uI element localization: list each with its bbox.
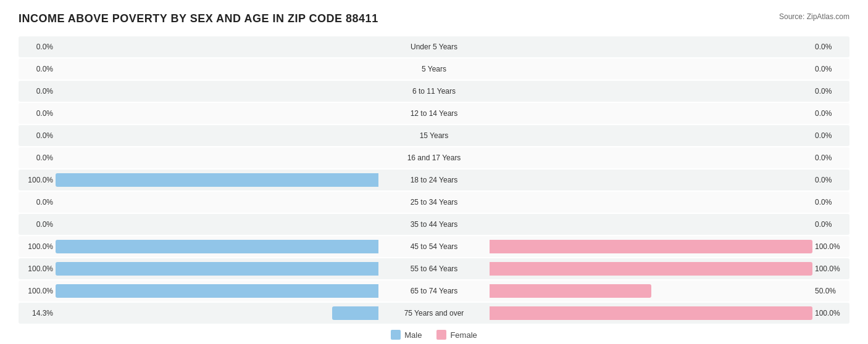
male-value: 100.0%	[19, 242, 56, 251]
age-label: 6 to 11 Years	[378, 87, 490, 96]
male-bar	[332, 306, 378, 320]
male-bar-area	[56, 240, 378, 253]
male-value: 0.0%	[19, 87, 56, 96]
female-value: 0.0%	[812, 198, 849, 207]
male-value: 0.0%	[19, 154, 56, 162]
male-bar-area	[56, 173, 378, 187]
chart-row: 0.0%5 Years0.0%	[19, 59, 849, 80]
male-bar-area	[56, 306, 378, 320]
male-value: 100.0%	[19, 287, 56, 295]
female-value: 0.0%	[812, 176, 849, 184]
age-label: 45 to 54 Years	[378, 242, 490, 251]
female-bar-area	[490, 151, 812, 165]
female-value: 100.0%	[812, 309, 849, 317]
source-label: Source: ZipAtlas.com	[779, 12, 849, 21]
male-value: 0.0%	[19, 220, 56, 229]
chart-row: 100.0%45 to 54 Years100.0%	[19, 236, 849, 257]
male-bar-area	[56, 218, 378, 231]
age-label: 55 to 64 Years	[378, 264, 490, 273]
female-value: 0.0%	[812, 65, 849, 73]
male-bar	[56, 173, 378, 187]
male-bar	[56, 240, 378, 253]
chart-row: 100.0%55 to 64 Years100.0%	[19, 258, 849, 279]
male-bar-area	[56, 262, 378, 276]
female-bar-area	[490, 306, 812, 320]
age-label: 18 to 24 Years	[378, 176, 490, 184]
female-value: 0.0%	[812, 220, 849, 229]
female-bar	[490, 240, 812, 253]
chart-row: 0.0%6 to 11 Years0.0%	[19, 81, 849, 102]
male-value: 0.0%	[19, 131, 56, 140]
chart-row: 100.0%65 to 74 Years50.0%	[19, 281, 849, 301]
male-value: 0.0%	[19, 43, 56, 51]
male-bar-area	[56, 84, 378, 98]
age-label: 5 Years	[378, 65, 490, 73]
legend-male: Male	[391, 330, 422, 340]
female-bar-area	[490, 40, 812, 54]
female-bar-area	[490, 284, 812, 298]
chart-row: 0.0%12 to 14 Years0.0%	[19, 103, 849, 124]
female-bar-area	[490, 240, 812, 253]
chart-row: 100.0%18 to 24 Years0.0%	[19, 170, 849, 190]
legend-female: Female	[436, 330, 477, 340]
male-bar-area	[56, 40, 378, 54]
age-label: 15 Years	[378, 131, 490, 140]
age-label: 16 and 17 Years	[378, 154, 490, 162]
chart-row: 0.0%16 and 17 Years0.0%	[19, 147, 849, 168]
age-label: 12 to 14 Years	[378, 109, 490, 118]
female-value: 0.0%	[812, 131, 849, 140]
age-label: 25 to 34 Years	[378, 198, 490, 207]
legend-female-label: Female	[450, 330, 477, 340]
female-bar	[490, 306, 812, 320]
age-label: 75 Years and over	[378, 309, 490, 317]
age-label: Under 5 Years	[378, 43, 490, 51]
female-value: 100.0%	[812, 242, 849, 251]
legend-female-box	[436, 330, 446, 340]
age-label: 65 to 74 Years	[378, 287, 490, 295]
female-value: 0.0%	[812, 109, 849, 118]
female-bar-area	[490, 195, 812, 209]
female-value: 100.0%	[812, 264, 849, 273]
female-bar	[490, 262, 812, 276]
female-value: 0.0%	[812, 43, 849, 51]
female-bar	[490, 284, 651, 298]
male-value: 0.0%	[19, 65, 56, 73]
male-value: 14.3%	[19, 309, 56, 317]
legend-male-label: Male	[404, 330, 422, 340]
female-value: 0.0%	[812, 154, 849, 162]
male-bar-area	[56, 107, 378, 120]
legend-male-box	[391, 330, 401, 340]
female-bar-area	[490, 107, 812, 120]
chart-row: 0.0%15 Years0.0%	[19, 125, 849, 146]
male-bar-area	[56, 284, 378, 298]
chart-row: 14.3%75 Years and over100.0%	[19, 303, 849, 324]
female-value: 0.0%	[812, 87, 849, 96]
male-bar	[56, 284, 378, 298]
male-value: 100.0%	[19, 176, 56, 184]
male-value: 0.0%	[19, 109, 56, 118]
female-bar-area	[490, 129, 812, 142]
male-value: 100.0%	[19, 264, 56, 273]
female-bar-area	[490, 262, 812, 276]
chart-row: 0.0%35 to 44 Years0.0%	[19, 214, 849, 235]
female-bar-area	[490, 173, 812, 187]
female-value: 50.0%	[812, 287, 849, 295]
age-label: 35 to 44 Years	[378, 220, 490, 229]
legend: Male Female	[19, 330, 849, 340]
female-bar-area	[490, 84, 812, 98]
male-bar	[56, 262, 378, 276]
male-bar-area	[56, 129, 378, 142]
male-bar-area	[56, 195, 378, 209]
male-value: 0.0%	[19, 198, 56, 207]
chart-title: INCOME ABOVE POVERTY BY SEX AND AGE IN Z…	[19, 12, 378, 25]
male-bar-area	[56, 62, 378, 76]
chart-row: 0.0%25 to 34 Years0.0%	[19, 192, 849, 213]
female-bar-area	[490, 62, 812, 76]
female-bar-area	[490, 218, 812, 231]
chart-row: 0.0%Under 5 Years0.0%	[19, 36, 849, 57]
male-bar-area	[56, 151, 378, 165]
chart-container: 0.0%Under 5 Years0.0%0.0%5 Years0.0%0.0%…	[19, 36, 849, 324]
